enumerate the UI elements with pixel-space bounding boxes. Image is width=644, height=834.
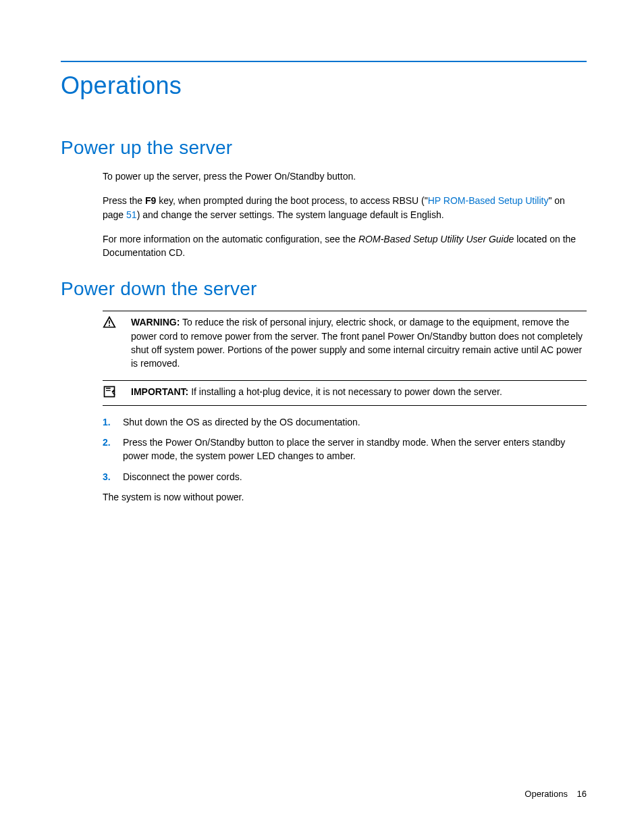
procedure-steps: Shut down the OS as directed by the OS d…: [103, 415, 587, 484]
procedure-step: Shut down the OS as directed by the OS d…: [103, 415, 587, 429]
warning-text: WARNING: To reduce the risk of personal …: [131, 315, 587, 370]
paragraph: For more information on the automatic co…: [103, 232, 587, 260]
svg-point-1: [109, 325, 110, 326]
paragraph-text: For more information on the automatic co…: [103, 232, 587, 260]
footer-page-number: 16: [577, 789, 587, 799]
paragraph-text: Press the F9 key, when prompted during t…: [103, 194, 587, 221]
warning-admonition: WARNING: To reduce the risk of personal …: [103, 311, 587, 374]
document-title: ROM-Based Setup Utility User Guide: [358, 234, 514, 244]
important-label: IMPORTANT:: [131, 386, 188, 397]
warning-label: WARNING:: [131, 317, 180, 328]
warning-icon: [103, 315, 131, 332]
chapter-title: Operations: [61, 72, 587, 100]
paragraph: Press the F9 key, when prompted during t…: [103, 194, 587, 221]
important-icon: [103, 385, 131, 401]
important-admonition: IMPORTANT: If installing a hot-plug devi…: [103, 380, 587, 406]
admonition-container: WARNING: To reduce the risk of personal …: [103, 311, 587, 374]
page-reference-link[interactable]: 51: [126, 209, 137, 220]
section-heading-2: Power down the server: [61, 278, 587, 300]
important-text: IMPORTANT: If installing a hot-plug devi…: [131, 385, 587, 398]
procedure-step: Press the Power On/Standby button to pla…: [103, 436, 587, 463]
key-name: F9: [145, 195, 156, 206]
paragraph: To power up the server, press the Power …: [103, 170, 587, 183]
page-footer: Operations 16: [525, 789, 587, 799]
admonition-container: IMPORTANT: If installing a hot-plug devi…: [103, 380, 587, 406]
paragraph-text: The system is now without power.: [103, 490, 587, 504]
footer-section-name: Operations: [525, 789, 568, 799]
paragraph-text: To power up the server, press the Power …: [103, 170, 587, 183]
section-heading-1: Power up the server: [61, 137, 587, 159]
cross-reference-link[interactable]: HP ROM-Based Setup Utility: [428, 195, 549, 206]
procedure-step: Disconnect the power cords.: [103, 470, 587, 484]
paragraph: The system is now without power.: [103, 490, 587, 504]
chapter-rule: [61, 61, 587, 62]
